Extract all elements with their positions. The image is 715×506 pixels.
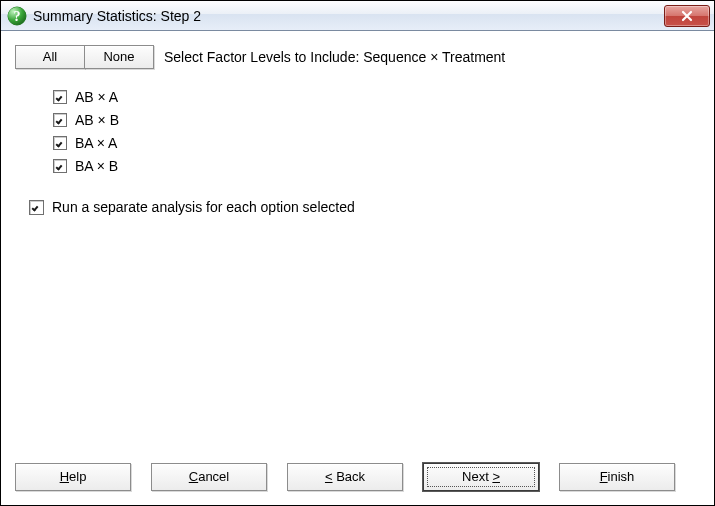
help-button[interactable]: Help: [15, 463, 131, 491]
close-icon: [680, 10, 694, 22]
list-item: BA × A: [53, 134, 700, 152]
close-button[interactable]: [664, 5, 710, 27]
dialog-body: All None Select Factor Levels to Include…: [1, 31, 714, 449]
list-item: BA × B: [53, 157, 700, 175]
spacer: [15, 221, 700, 449]
next-button[interactable]: Next >: [423, 463, 539, 491]
factor-label: BA × B: [75, 157, 118, 175]
factor-checkbox[interactable]: [53, 159, 67, 173]
list-item: AB × A: [53, 88, 700, 106]
separate-analysis-option: Run a separate analysis for each option …: [29, 198, 700, 216]
help-icon: ?: [7, 6, 27, 26]
list-item: AB × B: [53, 111, 700, 129]
factor-checkbox[interactable]: [53, 113, 67, 127]
svg-text:?: ?: [14, 9, 21, 24]
window-title: Summary Statistics: Step 2: [33, 8, 664, 24]
separate-analysis-label: Run a separate analysis for each option …: [52, 198, 355, 216]
dialog-window: ? Summary Statistics: Step 2 All None Se…: [0, 0, 715, 506]
cancel-button[interactable]: Cancel: [151, 463, 267, 491]
finish-button[interactable]: Finish: [559, 463, 675, 491]
factor-label: AB × A: [75, 88, 118, 106]
wizard-footer: Help Cancel < Back Next > Finish: [1, 449, 714, 505]
titlebar: ? Summary Statistics: Step 2: [1, 1, 714, 31]
back-button[interactable]: < Back: [287, 463, 403, 491]
factor-list: AB × A AB × B BA × A BA × B: [53, 83, 700, 180]
factor-label: AB × B: [75, 111, 119, 129]
factor-checkbox[interactable]: [53, 90, 67, 104]
factor-label: BA × A: [75, 134, 117, 152]
factor-section-label: Select Factor Levels to Include: Sequenc…: [164, 49, 505, 65]
select-none-button[interactable]: None: [84, 45, 154, 69]
separate-analysis-checkbox[interactable]: [29, 200, 44, 215]
select-buttons-group: All None: [15, 45, 154, 69]
select-all-button[interactable]: All: [15, 45, 85, 69]
factor-toolbar: All None Select Factor Levels to Include…: [15, 45, 700, 69]
factor-checkbox[interactable]: [53, 136, 67, 150]
